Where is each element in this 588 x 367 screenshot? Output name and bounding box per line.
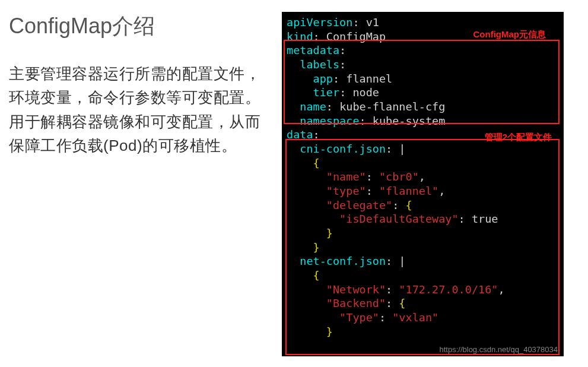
- left-content: ConfigMap介绍 主要管理容器运行所需的配置文件，环境变量，命令行参数等可…: [9, 12, 282, 361]
- annotation-label-data: 管理2个配置文件: [485, 131, 552, 143]
- page-title: ConfigMap介绍: [9, 12, 270, 41]
- yaml-val: v1: [366, 16, 379, 29]
- description-text: 主要管理容器运行所需的配置文件，环境变量，命令行参数等可变配置。用于解耦容器镜像…: [9, 62, 270, 157]
- code-illustration: apiVersion: v1 kind: ConfigMap metadata:…: [282, 12, 573, 361]
- annotation-box-data: [285, 139, 560, 355]
- yaml-key: apiVersion: [287, 16, 352, 29]
- yaml-code-block: apiVersion: v1 kind: ConfigMap metadata:…: [282, 12, 564, 356]
- watermark-text: https://blog.csdn.net/qq_40378034: [440, 345, 558, 355]
- annotation-label-metadata: ConfigMap元信息: [473, 29, 546, 40]
- annotation-box-metadata: [284, 40, 560, 124]
